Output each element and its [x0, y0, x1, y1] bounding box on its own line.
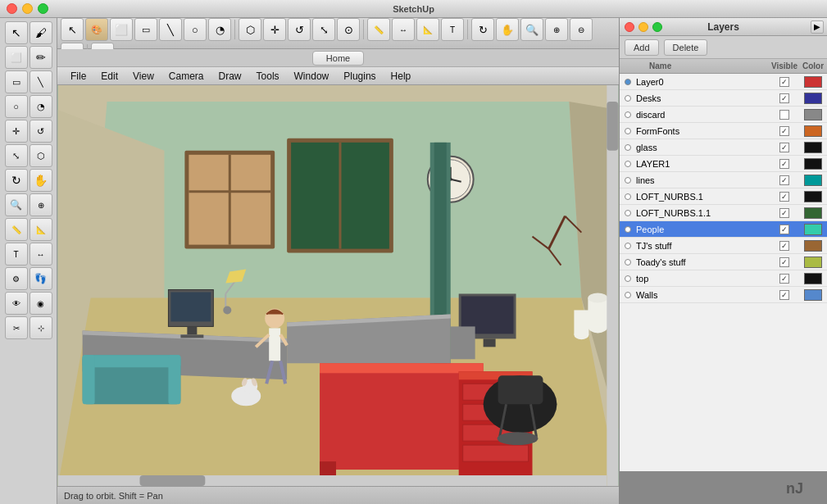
protractor-tool[interactable]: 📐 — [30, 218, 52, 241]
layer-visible-checkbox[interactable] — [768, 192, 801, 202]
orbit-tool[interactable]: ↻ — [5, 169, 28, 192]
circle-tool[interactable]: ○ — [5, 95, 28, 118]
menu-item-edit[interactable]: Edit — [94, 69, 125, 84]
arc-tool[interactable]: ◔ — [30, 95, 52, 118]
layer-color-swatch[interactable] — [804, 142, 822, 153]
layer-visible-checkbox[interactable] — [768, 274, 801, 284]
layer-row[interactable]: glass — [620, 139, 827, 156]
rectangle-tool[interactable]: ▭ — [5, 70, 28, 93]
zoom-tool[interactable]: 🔍 — [5, 193, 28, 216]
layer-color-swatch[interactable] — [804, 240, 822, 252]
offset-btn[interactable]: ⊙ — [337, 18, 360, 41]
scale-btn[interactable]: ⤡ — [312, 18, 335, 41]
layer-row[interactable]: discard — [620, 107, 827, 123]
scale-tool[interactable]: ⤡ — [5, 144, 28, 167]
layer-row[interactable]: Layer0 — [620, 74, 827, 90]
layer-visible-checkbox[interactable] — [768, 175, 801, 185]
text-tool[interactable]: T — [5, 243, 28, 266]
zoom-ext-tool[interactable]: ⊕ — [30, 193, 52, 216]
layer-color-swatch[interactable] — [804, 207, 822, 219]
layer-visible-checkbox[interactable] — [768, 77, 801, 87]
layer-row[interactable]: LOFT_NURBS.1 — [620, 188, 827, 205]
layer-color-swatch[interactable] — [804, 76, 822, 88]
zoom-prev-btn[interactable]: ⊖ — [570, 18, 593, 41]
rotate-btn[interactable]: ↺ — [288, 18, 311, 41]
rotate-tool[interactable]: ↺ — [30, 120, 52, 143]
layers-expand-btn[interactable]: ▶ — [811, 20, 824, 34]
layer-row[interactable]: Toady's stuff — [620, 254, 827, 270]
layer-visible-checkbox[interactable] — [768, 241, 801, 251]
rect-btn[interactable]: ▭ — [134, 18, 157, 41]
menu-item-window[interactable]: Window — [288, 69, 336, 84]
layers-minimize[interactable] — [638, 22, 648, 32]
layer-visible-checkbox[interactable] — [768, 225, 801, 234]
layer-color-swatch[interactable] — [804, 158, 822, 170]
layer-color-swatch[interactable] — [804, 175, 822, 186]
minimize-button[interactable] — [22, 3, 33, 14]
maximize-button[interactable] — [38, 3, 48, 14]
paint-tool[interactable]: 🖌 — [30, 21, 52, 44]
layer-row[interactable]: Walls — [620, 287, 827, 303]
layer-row[interactable]: LAYER1 — [620, 156, 827, 172]
layer-color-swatch[interactable] — [804, 273, 822, 284]
menu-item-camera[interactable]: Camera — [162, 69, 211, 84]
paint-bucket-btn[interactable]: 🎨 — [85, 18, 108, 41]
layers-close[interactable] — [625, 22, 634, 32]
circle-btn[interactable]: ○ — [184, 18, 207, 41]
layer-row[interactable]: lines — [620, 172, 827, 188]
position-camera-tool[interactable]: 👁 — [5, 292, 28, 315]
layer-color-swatch[interactable] — [804, 109, 822, 120]
close-button[interactable] — [7, 3, 17, 14]
layer-visible-checkbox[interactable] — [768, 208, 801, 218]
components-tool[interactable]: ⚙ — [5, 267, 28, 290]
layer-color-swatch[interactable] — [804, 191, 822, 202]
layer-color-swatch[interactable] — [804, 224, 822, 235]
menu-item-view[interactable]: View — [126, 69, 161, 84]
text-btn[interactable]: T — [441, 18, 464, 41]
layer-row[interactable]: TJ's stuff — [620, 238, 827, 254]
dim-btn[interactable]: ↔ — [392, 18, 415, 41]
arc-btn[interactable]: ◔ — [208, 18, 231, 41]
dimension-tool[interactable]: ↔ — [30, 243, 52, 266]
layer-row[interactable]: LOFT_NURBS.1.1 — [620, 205, 827, 221]
layer-row[interactable]: Desks — [620, 90, 827, 107]
layers-zoom[interactable] — [652, 22, 662, 32]
home-button[interactable]: Home — [312, 51, 364, 66]
line-btn[interactable]: ╲ — [159, 18, 182, 41]
walk-tool[interactable]: 👣 — [30, 267, 52, 290]
tape-btn[interactable]: 📏 — [367, 18, 390, 41]
section-tool[interactable]: ✂ — [5, 316, 28, 339]
axes-tool[interactable]: ⊹ — [30, 316, 52, 339]
pan-btn[interactable]: ✋ — [496, 18, 519, 41]
layer-visible-checkbox[interactable] — [768, 110, 801, 120]
pan-tool[interactable]: ✋ — [30, 169, 52, 192]
layer-row[interactable]: top — [620, 270, 827, 287]
move-btn[interactable]: ✛ — [263, 18, 286, 41]
look-around-tool[interactable]: ◉ — [30, 292, 52, 315]
push-pull-btn[interactable]: ⬡ — [239, 18, 261, 41]
move-tool[interactable]: ✛ — [5, 120, 28, 143]
line-tool[interactable]: ╲ — [30, 70, 52, 93]
zoom-ext-btn[interactable]: ⊕ — [545, 18, 568, 41]
layer-visible-checkbox[interactable] — [768, 126, 801, 136]
zoom-btn[interactable]: 🔍 — [520, 18, 543, 41]
pencil-tool[interactable]: ✏ — [30, 46, 52, 69]
layer-color-swatch[interactable] — [804, 93, 822, 104]
layer-row[interactable]: People — [620, 221, 827, 238]
push-pull-tool[interactable]: ⬡ — [30, 144, 52, 167]
orbit-btn[interactable]: ↻ — [471, 18, 494, 41]
layer-visible-checkbox[interactable] — [768, 143, 801, 152]
eraser-btn[interactable]: ⬜ — [110, 18, 133, 41]
protractor-btn[interactable]: 📐 — [416, 18, 439, 41]
tape-tool[interactable]: 📏 — [5, 218, 28, 241]
select-tool-btn[interactable]: ↖ — [61, 18, 84, 41]
layer-color-swatch[interactable] — [804, 289, 822, 301]
menu-item-draw[interactable]: Draw — [212, 69, 248, 84]
layer-color-swatch[interactable] — [804, 257, 822, 268]
layers-delete-button[interactable]: Delete — [664, 39, 708, 56]
layer-visible-checkbox[interactable] — [768, 93, 801, 103]
layer-visible-checkbox[interactable] — [768, 257, 801, 267]
layer-visible-checkbox[interactable] — [768, 290, 801, 300]
layer-row[interactable]: FormFonts — [620, 123, 827, 139]
menu-item-plugins[interactable]: Plugins — [337, 69, 382, 84]
